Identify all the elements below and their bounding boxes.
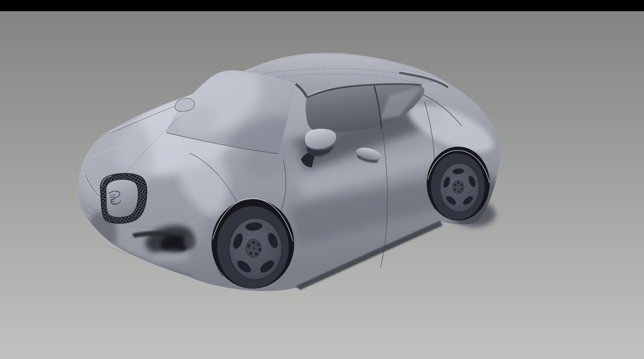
grille bbox=[100, 173, 147, 223]
front-wheel bbox=[212, 198, 294, 289]
rear-wheel bbox=[427, 147, 490, 220]
grille-panel bbox=[106, 180, 138, 217]
car-render-canvas bbox=[0, 0, 644, 359]
render-viewport[interactable] bbox=[0, 0, 644, 359]
front-center-cap bbox=[252, 247, 256, 250]
car-model[interactable] bbox=[61, 41, 522, 305]
